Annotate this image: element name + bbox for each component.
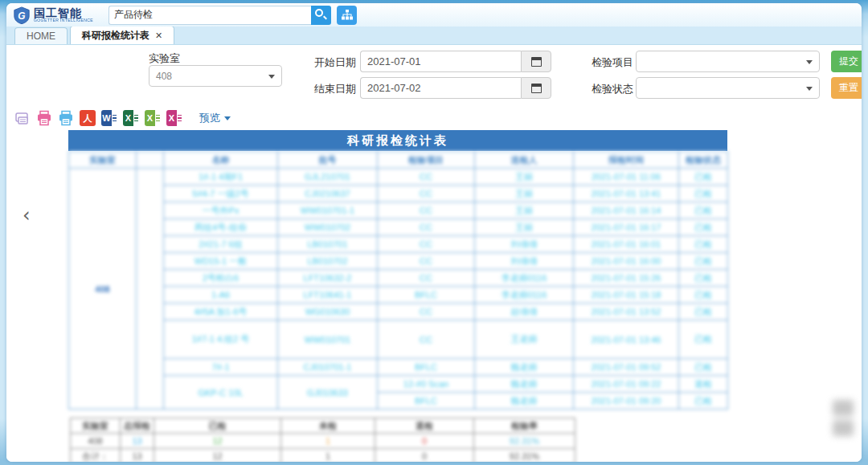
name-cell: 2#21-7 6组: [164, 236, 278, 253]
summary-done-cell: 12: [154, 434, 281, 449]
column-header: 批号: [278, 152, 378, 169]
person-cell: 魏老师: [475, 393, 574, 410]
time-cell: 2021-07-01 15:26: [574, 270, 679, 287]
status-label: 检验状态: [592, 82, 633, 96]
summary-rate-cell: 92.31%: [474, 434, 575, 449]
person-cell: 王丽: [475, 169, 574, 186]
table-row: 7#-1CJ010701-1BFLC魏老师2021-07-01 09:52已检: [69, 359, 728, 376]
scroll-down-button[interactable]: [833, 420, 854, 436]
submit-button[interactable]: 提交: [831, 51, 862, 72]
export-toolbar: 人 W X X X 预览: [6, 106, 862, 130]
excel3-export-icon[interactable]: X: [166, 110, 182, 126]
time-cell: 2021-07-01 09:20: [574, 393, 679, 410]
lab-select-value: 408: [156, 71, 172, 82]
tab-report[interactable]: 科研报检统计表 ✕: [70, 26, 174, 44]
pdf-export-icon[interactable]: 人: [80, 110, 96, 126]
table-row: 1#7-1 4.组2 号WW010701CC王老师2021-07-01 13:4…: [69, 320, 728, 359]
sitemap-button[interactable]: [337, 6, 357, 25]
excel2-export-icon[interactable]: X: [145, 110, 161, 126]
summary-column-header: 已检: [154, 418, 281, 434]
tab-bar: HOME 科研报检统计表 ✕: [6, 27, 862, 45]
summary-rate-cell: 92.31%: [474, 449, 575, 463]
time-cell: 2021-07-01 13:46: [574, 320, 679, 359]
item-cell: CC: [378, 253, 475, 270]
brand-subtitle: GOGETTER INTELLIGENCE: [34, 18, 93, 22]
person-cell: 魏老师: [475, 376, 574, 393]
person-cell: 刘倩倩: [475, 236, 574, 253]
table-row: 5#4-7 一级2号CJ0210637CC王丽2021-07-01 13:41已…: [69, 186, 728, 202]
summary-column-header: 总报检: [121, 418, 154, 434]
status-cell: 已检: [679, 169, 728, 186]
table-row: GKP-C 10LGJ01063312-#0 Scan魏老师2021-07-01…: [69, 376, 728, 393]
item-cell: CC: [378, 270, 475, 287]
person-cell: 李老师0116: [475, 287, 574, 304]
summary-lab-cell: 408: [71, 434, 121, 449]
batch-cell: WW010701-1: [278, 202, 378, 219]
batch-cell: CJ010701-1: [278, 359, 378, 376]
summary-column-header: 退检: [375, 418, 474, 434]
search-button[interactable]: [311, 6, 331, 25]
word-export-icon[interactable]: W: [101, 110, 117, 126]
printer-pink-icon[interactable]: [36, 110, 52, 126]
summary-done-cell: 12: [154, 449, 281, 463]
print-preview-icon[interactable]: [14, 110, 31, 126]
name-cell: 5#4-7 一级2号: [164, 186, 278, 202]
summary-column-header: 实验室: [71, 418, 121, 434]
global-search-input[interactable]: [108, 6, 311, 25]
summary-header-row: 实验室总报检已检未检退检检验率: [71, 418, 575, 434]
batch-cell: WW010702: [278, 219, 378, 236]
table-row: WD15-1 一般LB010702CC刘倩倩2021-07-01 16:00已检: [69, 253, 728, 270]
start-date-input[interactable]: [360, 51, 521, 72]
start-date-label: 开始日期: [314, 55, 356, 70]
excel-export-icon[interactable]: X: [123, 110, 139, 126]
printer-blue-icon[interactable]: [58, 110, 74, 126]
app-window: G 国工智能 GOGETTER INTELLIGENCE: [6, 3, 862, 462]
preview-dropdown[interactable]: 预览: [199, 111, 231, 125]
end-date-calendar-button[interactable]: [521, 77, 551, 99]
column-header: [137, 152, 164, 169]
item-cell: CC: [378, 202, 475, 219]
end-date-input[interactable]: [360, 77, 521, 99]
reset-button[interactable]: 重置: [831, 77, 862, 99]
summary-total-cell: 13: [121, 449, 154, 463]
report-table: 实验室名称批号检验项目送检人报检时间检验状态 4081#-1 4期F1GJL21…: [68, 151, 728, 410]
time-cell: 2021-07-01 09:52: [574, 359, 679, 376]
lab-select[interactable]: 408: [149, 65, 282, 87]
person-cell: 王丽: [475, 202, 574, 219]
person-cell: 王丽: [475, 186, 574, 202]
column-header: 报检时间: [574, 152, 679, 169]
batch-cell: LB010701: [278, 236, 378, 253]
table-row: 2号粉白6LFT10632-2CC李老师01162021-07-01 15:26…: [69, 270, 728, 287]
logo-shield-icon: G: [13, 6, 31, 24]
person-cell: 刘倩倩: [475, 253, 574, 270]
preview-label: 预览: [199, 111, 220, 125]
report-header-row: 实验室名称批号检验项目送检人报检时间检验状态: [69, 152, 728, 169]
name-cell: 两组4号-组份: [164, 219, 278, 236]
calendar-icon: [531, 84, 542, 93]
table-row: 一号外PxWW010701-1CC王丽2021-07-01 16:14已检: [69, 202, 728, 219]
time-cell: 2021-07-01 13:52: [574, 304, 679, 320]
status-select[interactable]: [636, 77, 820, 99]
search-icon: [315, 9, 323, 17]
collapse-chevron-icon[interactable]: ‹: [23, 204, 31, 226]
scroll-up-button[interactable]: [833, 400, 854, 416]
tab-home[interactable]: HOME: [14, 27, 68, 44]
summary-row: 40813121092.31%: [71, 434, 575, 449]
close-icon[interactable]: ✕: [155, 31, 162, 41]
status-cell: 已检: [679, 320, 728, 359]
start-date-calendar-button[interactable]: [521, 51, 551, 72]
report-preview: 科研报检统计表 实验室名称批号检验项目送检人报检时间检验状态 4081#-1 4…: [68, 130, 727, 410]
item-cell: BFLC: [378, 359, 475, 376]
logo-text: 国工智能 GOGETTER INTELLIGENCE: [34, 7, 104, 23]
item-cell: CC: [378, 219, 475, 236]
end-date-label: 结束日期: [314, 82, 356, 96]
time-cell: 2021-07-01 16:01: [574, 236, 679, 253]
person-cell: 魏老师: [475, 359, 574, 376]
summary-column-header: 未检: [281, 418, 375, 434]
chevron-down-icon: [268, 75, 275, 79]
table-row: 1-A6LFT10641-1BFLC李老师01162021-07-01 15:1…: [69, 287, 728, 304]
summary-row: 合计：13121092.31%: [71, 449, 575, 463]
item-select[interactable]: [636, 51, 820, 72]
column-header: 名称: [164, 152, 278, 169]
floating-scroll-buttons: [833, 400, 854, 440]
